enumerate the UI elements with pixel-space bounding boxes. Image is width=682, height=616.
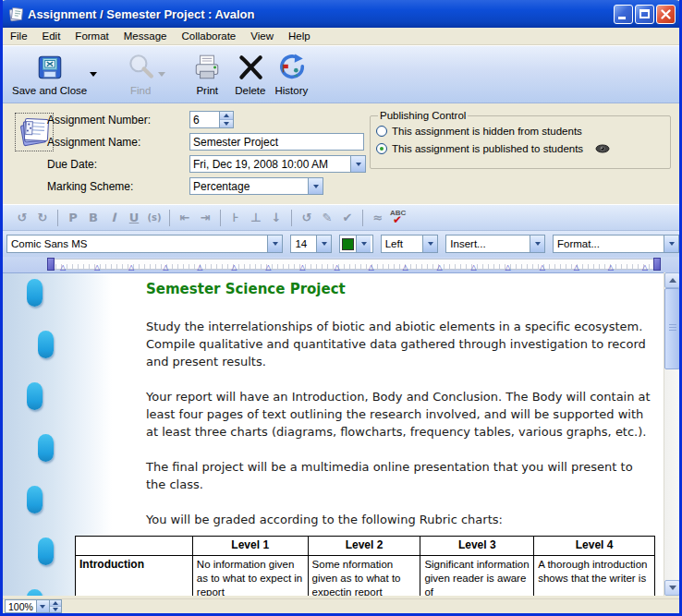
- tabstop-icon[interactable]: ⊦: [225, 210, 246, 226]
- assignment-number-spin-buttons[interactable]: [219, 112, 233, 127]
- refresh-icon[interactable]: ↺: [297, 210, 317, 226]
- paragraph-4: You will be graded according to the foll…: [146, 511, 652, 528]
- font-name-value: Comic Sans MS: [7, 238, 267, 249]
- undo-icon[interactable]: ↺: [12, 210, 32, 226]
- insert-dropdown-arrow[interactable]: [530, 236, 544, 252]
- assignment-number-stepper[interactable]: 6: [189, 111, 234, 128]
- radio-hidden-icon[interactable]: [376, 126, 387, 137]
- pencil-icon[interactable]: ✎: [317, 210, 337, 226]
- insert-combobox[interactable]: Insert...: [445, 235, 545, 253]
- menu-edit[interactable]: Edit: [35, 29, 68, 43]
- zoom-select[interactable]: 100%: [5, 599, 62, 613]
- accept-icon[interactable]: ✔: [337, 210, 358, 226]
- radio-hidden-option[interactable]: This assignment is hidden from students: [376, 122, 664, 139]
- alignment-value: Left: [382, 238, 423, 249]
- format-value: Format...: [554, 238, 664, 249]
- menu-collaborate[interactable]: Collaborate: [174, 29, 243, 43]
- radio-hidden-label: This assignment is hidden from students: [392, 126, 582, 137]
- chevron-down-icon: [669, 586, 676, 590]
- stationery-capsule: [38, 434, 54, 462]
- marking-scheme-combobox[interactable]: Percentage: [189, 177, 323, 195]
- paragraph-3: The final project will be a multimedia o…: [146, 458, 652, 493]
- rubric-cell-level3: Significant information given reader is …: [420, 556, 534, 597]
- zoom-spin-buttons[interactable]: [49, 600, 61, 612]
- font-name-dropdown-arrow[interactable]: [267, 236, 282, 252]
- rubric-table: Level 1 Level 2 Level 3 Level 4 Introduc…: [75, 536, 655, 596]
- paragraph-2: Your report will have an Introduction, B…: [146, 388, 652, 441]
- indent-icon[interactable]: ⇥: [195, 210, 215, 226]
- assignment-form: Assignment Number: 6 Assignment Name: Se…: [3, 104, 679, 203]
- ruler-left-indent-marker[interactable]: [47, 258, 55, 271]
- underline-icon[interactable]: U: [124, 210, 144, 226]
- radio-published-icon[interactable]: [376, 143, 387, 154]
- menu-help[interactable]: Help: [281, 29, 318, 43]
- assignment-name-value: Semester Project: [190, 136, 363, 149]
- font-name-combobox[interactable]: Comic Sans MS: [6, 235, 283, 253]
- marking-scheme-value: Percentage: [190, 180, 308, 193]
- format-combobox[interactable]: Format...: [553, 235, 679, 253]
- save-dropdown-arrow[interactable]: [87, 55, 100, 92]
- ruler[interactable]: [49, 259, 659, 270]
- signature-icon[interactable]: ≈: [368, 210, 388, 226]
- paragraph-icon[interactable]: P: [63, 210, 83, 226]
- minimize-button[interactable]: [614, 5, 633, 24]
- due-date-value: Fri, Dec 19, 2008 10:00 AM: [190, 158, 350, 171]
- rubric-header-level4: Level 4: [534, 537, 655, 556]
- delete-button[interactable]: Delete: [235, 52, 265, 96]
- zoom-dropdown-arrow[interactable]: [36, 600, 49, 612]
- alignment-dropdown-arrow[interactable]: [422, 236, 437, 252]
- marking-scheme-dropdown-arrow[interactable]: [308, 178, 323, 194]
- font-color-dropdown-arrow[interactable]: [356, 236, 371, 252]
- strikethrough-icon[interactable]: (s): [144, 210, 164, 226]
- spellcheck-icon[interactable]: ABC ✔: [388, 209, 410, 227]
- assignment-name-input[interactable]: Semester Project: [189, 133, 364, 151]
- redo-icon[interactable]: ↻: [32, 210, 53, 226]
- vertical-scrollbar[interactable]: [664, 272, 679, 596]
- print-button[interactable]: Print: [192, 52, 222, 96]
- find-label: Find: [130, 85, 151, 96]
- scroll-down-button[interactable]: [664, 580, 680, 596]
- italic-icon[interactable]: I: [104, 210, 124, 226]
- find-button[interactable]: Find: [126, 52, 155, 96]
- ruler-right-indent-marker[interactable]: [653, 258, 661, 271]
- document-editor[interactable]: Semester Science Project Study the inter…: [3, 272, 679, 596]
- due-date-dropdown-arrow[interactable]: [350, 156, 365, 172]
- baseline-icon[interactable]: ⊥: [246, 210, 266, 226]
- radio-published-option[interactable]: This assignment is published to students: [376, 139, 664, 157]
- outdent-icon[interactable]: ⇤: [175, 210, 195, 226]
- insert-value: Insert...: [446, 238, 530, 249]
- assignment-number-label: Assignment Number:: [47, 114, 151, 127]
- font-color-combobox[interactable]: [339, 235, 372, 253]
- document-content[interactable]: Semester Science Project Study the inter…: [146, 281, 652, 564]
- close-button[interactable]: [656, 5, 676, 24]
- font-color-swatch: [342, 238, 354, 250]
- window-title: Assignment / Semester Project : Avalon: [28, 7, 614, 21]
- menu-message[interactable]: Message: [116, 29, 175, 43]
- history-button[interactable]: History: [274, 52, 308, 96]
- rubric-cell-level4: A thorough introduction shows that the w…: [534, 556, 655, 597]
- document-title: Semester Science Project: [146, 281, 652, 297]
- font-size-dropdown-arrow[interactable]: [316, 236, 331, 252]
- delete-icon: [236, 53, 265, 82]
- find-dropdown-arrow[interactable]: [155, 55, 168, 92]
- scroll-up-button[interactable]: [664, 272, 680, 288]
- menu-view[interactable]: View: [243, 29, 281, 43]
- menu-file[interactable]: File: [3, 29, 35, 43]
- menu-format[interactable]: Format: [67, 29, 116, 43]
- format-dropdown-arrow[interactable]: [664, 236, 678, 252]
- font-size-combobox[interactable]: 14: [290, 235, 332, 253]
- due-date-combobox[interactable]: Fri, Dec 19, 2008 10:00 AM: [189, 155, 366, 173]
- window-icon: [7, 6, 24, 22]
- rubric-header-level3: Level 3: [420, 537, 534, 556]
- title-bar[interactable]: Assignment / Semester Project : Avalon: [0, 0, 682, 28]
- scrollbar-thumb[interactable]: [664, 288, 680, 369]
- save-and-close-button[interactable]: Save and Close: [12, 52, 87, 96]
- rubric-cell-level1: No information given as to what to expec…: [192, 556, 308, 597]
- maximize-button[interactable]: [635, 5, 654, 24]
- bold-icon[interactable]: B: [83, 210, 104, 226]
- font-toolbar: Comic Sans MS 14 Left Insert... Format..…: [3, 231, 679, 257]
- stationery-capsule: [27, 279, 43, 307]
- move-down-icon[interactable]: ↓: [266, 210, 286, 226]
- alignment-combobox[interactable]: Left: [381, 235, 439, 253]
- radio-published-label: This assignment is published to students: [392, 143, 583, 154]
